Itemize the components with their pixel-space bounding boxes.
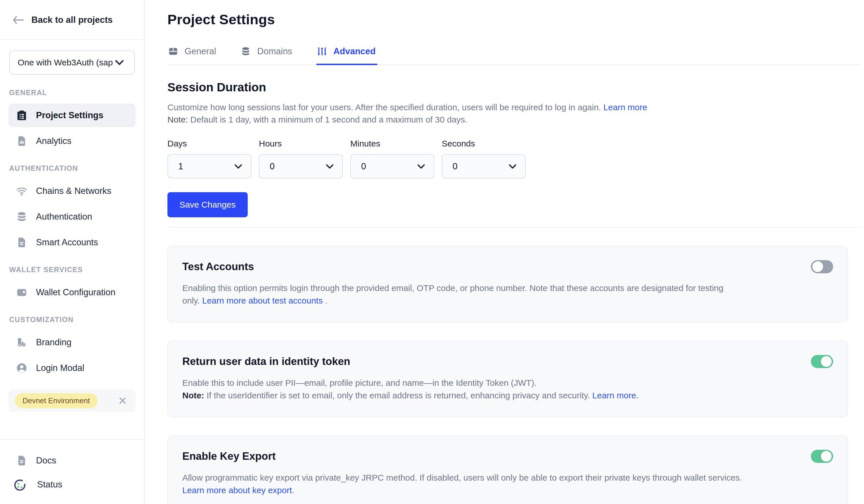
duration-fields: Days 1 Hours 0 Minutes 0 Seconds 0 bbox=[167, 139, 861, 179]
chevron-down-icon bbox=[326, 164, 334, 169]
sidebar-nav: GENERAL Project Settings Analytics AUTHE… bbox=[0, 75, 144, 412]
back-label: Back to all projects bbox=[32, 15, 112, 25]
sidebar-item-chains-networks[interactable]: Chains & Networks bbox=[9, 179, 135, 203]
key-export-card: Enable Key Export Allow programmatic key… bbox=[167, 435, 848, 504]
database-icon bbox=[16, 211, 27, 222]
section-label-wallet-services: WALLET SERVICES bbox=[9, 266, 144, 274]
sidebar-item-analytics[interactable]: Analytics bbox=[9, 130, 135, 153]
sidebar-item-status[interactable]: Status bbox=[9, 473, 135, 496]
test-accounts-toggle[interactable] bbox=[811, 260, 833, 273]
card-description: Allow programmatic key export via privat… bbox=[182, 471, 833, 496]
sidebar-item-label: Branding bbox=[36, 337, 71, 347]
tab-label: General bbox=[184, 46, 216, 57]
tab-advanced[interactable]: Advanced bbox=[316, 45, 377, 64]
sidebar-footer: Docs Status bbox=[0, 439, 143, 504]
document-icon bbox=[16, 455, 27, 466]
main-content: Project Settings General Domains bbox=[145, 0, 864, 504]
sidebar: Back to all projects One with Web3Auth (… bbox=[0, 0, 145, 504]
days-value: 1 bbox=[178, 161, 183, 172]
learn-more-key-export-link[interactable]: Learn more about key export bbox=[182, 485, 292, 495]
identity-token-toggle[interactable] bbox=[811, 355, 833, 368]
note-text: Default is 1 day, with a minimum of 1 se… bbox=[188, 115, 467, 124]
description-text: only. bbox=[182, 296, 202, 305]
minutes-value: 0 bbox=[361, 161, 366, 172]
hours-select[interactable]: 0 bbox=[259, 154, 343, 179]
document-chart-icon bbox=[16, 135, 27, 147]
minutes-field: Minutes 0 bbox=[350, 139, 434, 179]
note-label: Note: bbox=[167, 115, 188, 124]
user-circle-icon bbox=[16, 362, 27, 374]
seconds-select[interactable]: 0 bbox=[442, 154, 526, 179]
description-text: Allow programmatic key export via privat… bbox=[182, 473, 742, 482]
chevron-down-icon bbox=[234, 164, 242, 169]
wifi-icon bbox=[16, 185, 27, 197]
session-duration-heading: Session Duration bbox=[167, 81, 861, 94]
swatch-icon bbox=[16, 337, 27, 348]
sidebar-item-project-settings[interactable]: Project Settings bbox=[9, 104, 135, 127]
description-text: If the userIdentifier is set to email, o… bbox=[204, 391, 592, 400]
days-select[interactable]: 1 bbox=[167, 154, 251, 179]
days-label: Days bbox=[167, 139, 251, 148]
description-text: . bbox=[292, 485, 294, 495]
arrow-left-icon bbox=[13, 15, 24, 25]
minutes-select[interactable]: 0 bbox=[350, 154, 434, 179]
tab-general[interactable]: General bbox=[167, 45, 218, 64]
learn-more-link[interactable]: Learn more bbox=[603, 102, 647, 112]
section-label-authentication: AUTHENTICATION bbox=[9, 164, 144, 172]
sidebar-item-label: Analytics bbox=[36, 136, 71, 146]
back-to-projects-button[interactable]: Back to all projects bbox=[0, 0, 144, 40]
document-icon bbox=[16, 237, 27, 248]
tab-domains[interactable]: Domains bbox=[240, 45, 294, 64]
tab-bar: General Domains Advanced bbox=[167, 45, 861, 65]
project-selector-dropdown[interactable]: One with Web3Auth (sap bbox=[9, 50, 135, 75]
note-label: Note: bbox=[182, 391, 204, 400]
sidebar-item-login-modal[interactable]: Login Modal bbox=[9, 356, 135, 380]
database-icon bbox=[241, 46, 251, 57]
hours-value: 0 bbox=[270, 161, 275, 172]
description-text: Enabling this option permits login throu… bbox=[182, 283, 723, 293]
hours-field: Hours 0 bbox=[259, 139, 343, 179]
close-icon[interactable] bbox=[118, 396, 127, 405]
days-field: Days 1 bbox=[167, 139, 251, 179]
key-export-toggle[interactable] bbox=[811, 450, 833, 463]
tab-label: Advanced bbox=[333, 46, 376, 57]
seconds-label: Seconds bbox=[442, 139, 526, 148]
environment-badge: Devnet Environment bbox=[15, 393, 98, 408]
chevron-down-icon bbox=[508, 164, 517, 169]
sidebar-item-label: Login Modal bbox=[36, 363, 84, 373]
sidebar-item-docs[interactable]: Docs bbox=[9, 449, 135, 472]
sidebar-item-branding[interactable]: Branding bbox=[9, 331, 135, 354]
chevron-down-icon bbox=[417, 164, 425, 169]
description-text: Customize how long sessions last for you… bbox=[167, 102, 601, 112]
page-title: Project Settings bbox=[167, 11, 861, 27]
sidebar-item-label: Docs bbox=[36, 455, 56, 466]
sidebar-item-wallet-configuration[interactable]: Wallet Configuration bbox=[9, 281, 135, 304]
section-label-general: GENERAL bbox=[9, 88, 144, 97]
divider bbox=[167, 227, 861, 228]
sidebar-item-label: Chains & Networks bbox=[36, 186, 111, 196]
card-title: Return user data in identity token bbox=[182, 356, 350, 368]
minutes-label: Minutes bbox=[350, 139, 434, 148]
description-text: . bbox=[323, 296, 327, 305]
toggle-knob bbox=[821, 356, 832, 367]
sidebar-item-authentication[interactable]: Authentication bbox=[9, 205, 135, 229]
wallet-icon bbox=[16, 287, 27, 298]
test-accounts-card: Test Accounts Enabling this option permi… bbox=[167, 246, 848, 322]
seconds-field: Seconds 0 bbox=[442, 139, 526, 179]
learn-more-identity-link[interactable]: Learn more. bbox=[592, 391, 638, 400]
card-title: Enable Key Export bbox=[182, 450, 276, 462]
table-cells-icon bbox=[168, 46, 178, 57]
sidebar-item-smart-accounts[interactable]: Smart Accounts bbox=[9, 231, 135, 254]
toggle-knob bbox=[821, 451, 832, 462]
toggle-knob bbox=[812, 261, 823, 272]
hours-label: Hours bbox=[259, 139, 343, 148]
learn-more-test-accounts-link[interactable]: Learn more about test accounts bbox=[202, 296, 323, 305]
sidebar-item-label: Authentication bbox=[36, 212, 92, 222]
description-text: Enable this to include user PII—email, p… bbox=[182, 378, 537, 388]
seconds-value: 0 bbox=[453, 161, 457, 172]
card-title: Test Accounts bbox=[182, 261, 254, 273]
save-changes-button[interactable]: Save Changes bbox=[167, 192, 248, 217]
sidebar-item-label: Project Settings bbox=[36, 110, 104, 121]
identity-token-card: Return user data in identity token Enabl… bbox=[167, 341, 848, 417]
project-selector-value: One with Web3Auth (sap bbox=[18, 58, 115, 67]
